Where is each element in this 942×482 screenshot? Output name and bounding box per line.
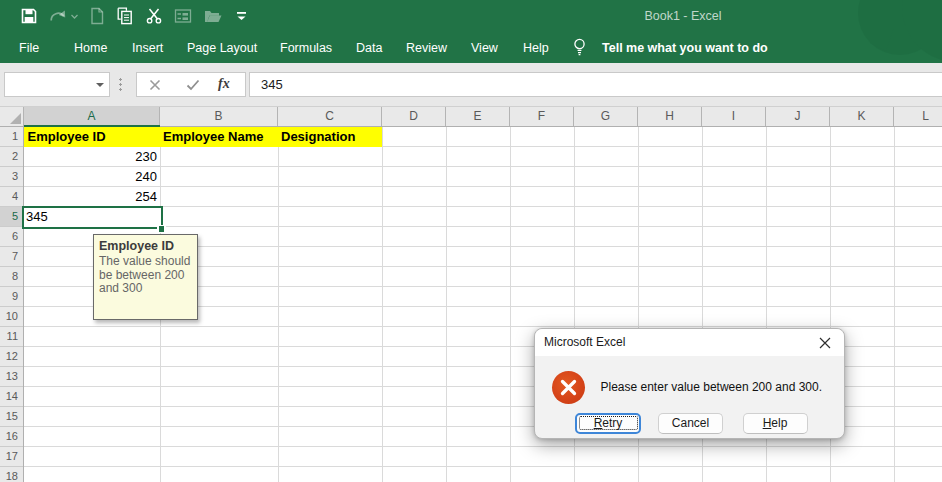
new-document-icon[interactable] bbox=[89, 7, 105, 25]
tab-home[interactable]: Home bbox=[74, 38, 107, 58]
cell-A4[interactable]: 254 bbox=[24, 187, 157, 207]
row-header-7[interactable]: 7 bbox=[0, 247, 23, 267]
tab-insert[interactable]: Insert bbox=[132, 38, 163, 58]
column-header-e[interactable]: E bbox=[446, 107, 510, 126]
column-header-k[interactable]: K bbox=[830, 107, 894, 126]
row-header-9[interactable]: 9 bbox=[0, 287, 23, 307]
cell-C1[interactable]: Designation bbox=[281, 127, 355, 147]
select-all-button[interactable] bbox=[0, 107, 24, 126]
column-header-i[interactable]: I bbox=[702, 107, 766, 126]
name-box[interactable] bbox=[4, 72, 110, 97]
window-title: Book1 - Excel bbox=[644, 9, 721, 23]
row-header-2[interactable]: 2 bbox=[0, 147, 23, 167]
copy-icon[interactable] bbox=[116, 7, 134, 25]
formula-value: 345 bbox=[261, 73, 283, 96]
validation-input-message: Employee ID The value should be between … bbox=[93, 234, 198, 320]
cell-A5-value: 345 bbox=[26, 208, 48, 226]
active-cell-A5[interactable]: 345 bbox=[22, 206, 163, 230]
redo-icon[interactable] bbox=[48, 7, 78, 25]
tell-me-box[interactable]: Tell me what you want to do bbox=[602, 38, 768, 58]
row-header-12[interactable]: 12 bbox=[0, 347, 23, 367]
error-dialog: Microsoft Excel Please enter value betwe… bbox=[534, 328, 845, 439]
column-header-b[interactable]: B bbox=[160, 107, 278, 126]
row-header-10[interactable]: 10 bbox=[0, 307, 23, 327]
open-folder-icon[interactable] bbox=[203, 7, 223, 25]
cell-A1[interactable]: Employee ID bbox=[28, 127, 106, 147]
row-header-14[interactable]: 14 bbox=[0, 387, 23, 407]
row-header-17[interactable]: 17 bbox=[0, 447, 23, 467]
row-header-3[interactable]: 3 bbox=[0, 167, 23, 187]
cut-icon[interactable] bbox=[145, 7, 163, 25]
titlebar-artwork bbox=[782, 0, 942, 63]
row-header-13[interactable]: 13 bbox=[0, 367, 23, 387]
formula-bar-grip[interactable] bbox=[119, 77, 122, 93]
row-header-16[interactable]: 16 bbox=[0, 427, 23, 447]
row-header-18[interactable]: 18 bbox=[0, 467, 23, 482]
row-header-column: 1 2 3 4 5 6 7 8 9 10 11 12 13 14 15 16 1… bbox=[0, 127, 24, 482]
select-all-triangle-icon bbox=[10, 113, 21, 124]
column-header-a[interactable]: A bbox=[24, 107, 160, 126]
dialog-titlebar: Microsoft Excel bbox=[535, 329, 844, 356]
title-bar: Book1 - Excel File Home Insert Page Layo… bbox=[0, 0, 942, 63]
column-header-f[interactable]: F bbox=[510, 107, 574, 126]
tab-data[interactable]: Data bbox=[356, 38, 382, 58]
tab-view[interactable]: View bbox=[471, 38, 498, 58]
column-header-g[interactable]: G bbox=[574, 107, 638, 126]
dialog-title: Microsoft Excel bbox=[544, 329, 625, 356]
tab-file[interactable]: File bbox=[19, 38, 39, 58]
column-header-c[interactable]: C bbox=[278, 107, 382, 126]
cell-B1[interactable]: Employee Name bbox=[163, 127, 263, 147]
tab-review[interactable]: Review bbox=[406, 38, 447, 58]
column-header-h[interactable]: H bbox=[638, 107, 702, 126]
tab-page-layout[interactable]: Page Layout bbox=[187, 38, 257, 58]
tab-help[interactable]: Help bbox=[523, 38, 549, 58]
row-header-8[interactable]: 8 bbox=[0, 267, 23, 287]
excel-window: { "titlebar": { "title": "Book1 - Excel"… bbox=[0, 0, 942, 482]
lightbulb-icon bbox=[572, 37, 587, 58]
validation-message-line: and 300 bbox=[99, 282, 193, 296]
column-header-l[interactable]: L bbox=[894, 107, 942, 126]
enter-entry-icon[interactable] bbox=[186, 79, 200, 91]
name-box-dropdown-icon[interactable] bbox=[96, 83, 104, 87]
form-icon[interactable] bbox=[174, 7, 192, 25]
validation-message-line: be between 200 bbox=[99, 269, 193, 283]
row-header-6[interactable]: 6 bbox=[0, 227, 23, 247]
insert-function-icon[interactable]: fx bbox=[218, 76, 230, 92]
error-icon bbox=[552, 371, 585, 404]
help-button[interactable]: Help bbox=[743, 413, 808, 434]
cell-A2[interactable]: 230 bbox=[24, 147, 157, 167]
validation-message-title: Employee ID bbox=[99, 239, 193, 254]
column-header-j[interactable]: J bbox=[766, 107, 830, 126]
dialog-message: Please enter value between 200 and 300. bbox=[601, 379, 823, 395]
cell-A3[interactable]: 240 bbox=[24, 167, 157, 187]
fill-handle[interactable] bbox=[159, 226, 165, 232]
row-header-4[interactable]: 4 bbox=[0, 187, 23, 207]
customize-quick-access-toolbar-icon[interactable] bbox=[235, 7, 248, 25]
retry-button[interactable]: Retry bbox=[575, 413, 641, 434]
tab-formulas[interactable]: Formulas bbox=[280, 38, 332, 58]
column-header-d[interactable]: D bbox=[382, 107, 446, 126]
cancel-entry-icon[interactable] bbox=[149, 79, 161, 91]
formula-bar-buttons: fx bbox=[136, 72, 246, 97]
cancel-button[interactable]: Cancel bbox=[658, 413, 723, 434]
row-header-15[interactable]: 15 bbox=[0, 407, 23, 427]
formula-bar: fx 345 bbox=[0, 63, 942, 107]
row-header-5[interactable]: 5 bbox=[0, 207, 23, 227]
gridline bbox=[278, 127, 279, 482]
dialog-close-icon[interactable] bbox=[818, 336, 832, 350]
row-header-11[interactable]: 11 bbox=[0, 327, 23, 347]
validation-message-line: The value should bbox=[99, 255, 193, 269]
formula-input[interactable]: 345 bbox=[249, 72, 942, 97]
save-icon[interactable] bbox=[20, 7, 38, 25]
row-header-1[interactable]: 1 bbox=[0, 127, 23, 147]
